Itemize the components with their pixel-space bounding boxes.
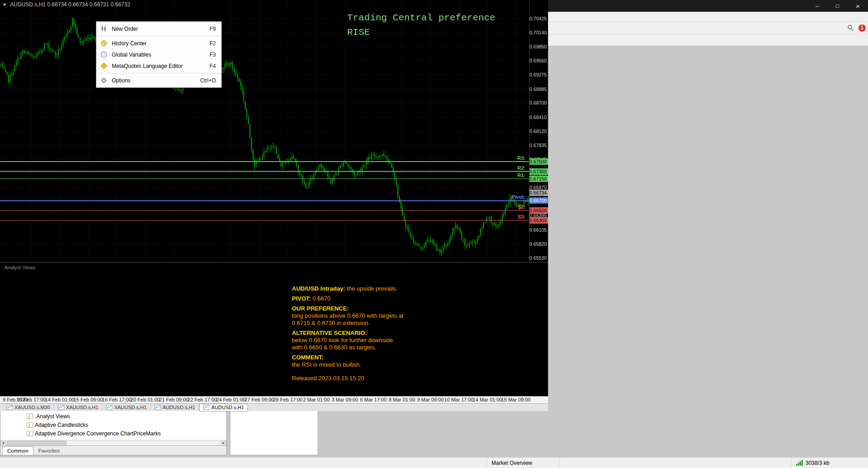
chart-tab-audusd-s-h1[interactable]: AUDUSD.s,H1 xyxy=(199,404,248,411)
menu-item-label: MetaQuotes Language Editor xyxy=(112,63,183,69)
analyst-heading: AUD/USD Intraday: xyxy=(292,285,345,292)
analyst-heading: ALTERNATIVE SCENARIO: xyxy=(292,330,367,336)
menu-item-shortcut: F3 xyxy=(210,52,216,58)
level-label-r2: R2: xyxy=(517,165,525,171)
level-label-r1: R1: xyxy=(517,172,525,178)
tree-item--analyst-views[interactable]: f.Analyst Views xyxy=(0,412,226,420)
price-tick: 0.69275 xyxy=(529,72,547,77)
analyst-line: AUD/USD Intraday: the upside prevails. xyxy=(292,285,403,292)
chart-tab-label: XAUUSD.s,H1 xyxy=(114,405,147,410)
price-tick: 0.70425 xyxy=(529,16,547,21)
tree-item-label: Adaptive Divergence Convergence ChartPri… xyxy=(35,430,161,437)
analyst-body: the RSI is mixed to bullish. xyxy=(292,361,361,368)
chart-ohlc-header: .AUDUSD.s,H1 0.66734 0.66734 0.66731 0.6… xyxy=(3,1,130,8)
tab-favorites[interactable]: Favorites xyxy=(33,446,65,455)
price-tick: 0.65530 xyxy=(529,255,547,261)
time-tick: 21 Feb 09:00 xyxy=(159,397,189,402)
chart-mini-icon xyxy=(106,405,112,410)
options-icon xyxy=(100,76,108,84)
time-tick: 8 Mar 01:00 xyxy=(389,397,415,402)
analyst-views-window: .Analyst Views AUD/USD Intraday: the ups… xyxy=(0,262,548,396)
tab-common[interactable]: Common xyxy=(2,446,33,455)
analyst-body: long positions above 0.6670 with targets… xyxy=(292,312,403,319)
new-order-icon xyxy=(100,25,108,33)
time-tick: 15 Mar 09:00 xyxy=(501,397,531,402)
menu-item-label: Global Variables xyxy=(112,52,151,58)
level-label-pivot: Pivot: xyxy=(511,194,525,200)
time-tick: 6 Mar 17:00 xyxy=(360,397,387,402)
chart-tab-audusd-s-h1[interactable]: AUDUSD.s,H1 xyxy=(151,404,199,411)
time-tick: 14 Mar 01:00 xyxy=(473,397,502,402)
analyst-line: Released 2023.03.15 15:20 xyxy=(292,375,403,382)
price-tick: 0.68985 xyxy=(529,86,547,92)
chart-tab-xauusd-s-m30[interactable]: XAUUSD.s,M30 xyxy=(3,404,54,411)
price-tick: 0.68700 xyxy=(529,100,547,105)
analyst-line: the RSI is mixed to bullish. xyxy=(292,361,403,368)
menu-item-global-variables[interactable]: Global VariablesF3 xyxy=(96,49,221,60)
indicator-icon: f xyxy=(26,413,33,419)
window-controls xyxy=(807,0,868,12)
status-pane-market-overview[interactable]: Market Overview xyxy=(486,458,559,468)
menu-item-shortcut: Ctrl+O xyxy=(200,77,216,84)
maximize-button[interactable] xyxy=(827,0,848,12)
chart-time-axis[interactable]: 9 Feb 202310 Feb 17:0014 Feb 01:0015 Feb… xyxy=(0,396,548,404)
close-button[interactable] xyxy=(848,0,868,12)
chart-tab-label: XAUUSD.s,M30 xyxy=(14,405,50,410)
tree-item-adaptive-divergence-convergence-chartpri[interactable]: fAdaptive Divergence Convergence ChartPr… xyxy=(0,429,226,438)
history-center-icon xyxy=(100,39,108,47)
price-scale[interactable]: 0.704250.701400.698500.695600.692750.689… xyxy=(529,0,548,262)
analyst-line: 0.6715 & 0.6730 in extension. xyxy=(292,320,403,327)
search-icon[interactable] xyxy=(845,23,856,33)
time-tick: 16 Feb 17:00 xyxy=(102,397,132,402)
ohlc-values: .AUDUSD.s,H1 0.66734 0.66734 0.66731 0.6… xyxy=(9,1,130,8)
time-tick: 24 Feb 01:00 xyxy=(216,397,246,402)
chart-tab-label: AUDUSD.s,H1 xyxy=(162,405,195,410)
scroll-left-icon[interactable] xyxy=(0,441,6,446)
chart-plot[interactable]: .AUDUSD.s,H1 0.66734 0.66734 0.66731 0.6… xyxy=(0,0,548,262)
time-tick: 22 Feb 17:00 xyxy=(188,397,217,402)
time-tick: 3 Mar 09:00 xyxy=(332,397,358,402)
analyst-line: COMMENT: xyxy=(292,354,403,361)
price-tick: 0.69560 xyxy=(529,58,547,63)
level-price-tag: 0.66300 xyxy=(529,217,548,224)
analyst-line: PIVOT: 0.6670 xyxy=(292,295,403,302)
time-tick: 10 Feb 17:00 xyxy=(17,397,46,402)
menu-item-new-order[interactable]: New OrderF9 xyxy=(96,23,221,34)
time-tick: 2 Mar 01:00 xyxy=(303,397,330,402)
minimize-button[interactable] xyxy=(807,0,827,12)
scrollbar-thumb[interactable] xyxy=(7,441,67,446)
level-label-s2: S2: xyxy=(518,204,525,210)
analyst-line: ALTERNATIVE SCENARIO: xyxy=(292,330,403,337)
level-price-tag: 0.66500 xyxy=(529,207,548,214)
menu-item-options[interactable]: OptionsCtrl+O xyxy=(96,75,221,86)
notification-badge[interactable]: 1 xyxy=(858,24,866,32)
price-tick: 0.70140 xyxy=(529,30,547,35)
chevron-down-icon[interactable] xyxy=(3,4,6,6)
chart-mini-icon xyxy=(58,405,64,410)
time-tick: 10 Mar 17:00 xyxy=(444,397,474,402)
indicator-icon: f xyxy=(26,430,33,436)
menu-item-history-center[interactable]: History CenterF2 xyxy=(96,38,221,49)
market-overview-label: Market Overview xyxy=(491,460,532,466)
mt4-terminal-window: 8812414: DooPrime-Live - Doo Prime Limit… xyxy=(0,0,868,468)
analyst-body: the upside prevails. xyxy=(345,285,398,292)
chart-window-tabs: XAUUSD.s,M30XAUUSD.s,H1XAUUSD.s,H1AUDUSD… xyxy=(0,403,548,411)
analyst-heading: PIVOT: xyxy=(292,295,311,302)
analyst-views-text: AUD/USD Intraday: the upside prevails.PI… xyxy=(292,285,403,382)
chart-tab-xauusd-s-h1[interactable]: XAUUSD.s,H1 xyxy=(102,404,151,411)
chart-tab-xauusd-s-h1[interactable]: XAUUSD.s,H1 xyxy=(54,404,103,411)
level-price-tag: 0.67500 xyxy=(529,158,548,165)
navigator-tabs: CommonFavorites xyxy=(0,445,226,455)
menu-item-metaquotes-language-editor[interactable]: MetaQuotes Language EditorF4 xyxy=(96,60,221,72)
tree-item-adaptive-candlesticks[interactable]: fAdaptive Candlesticks xyxy=(0,420,226,429)
scroll-right-icon[interactable] xyxy=(221,441,226,446)
status-bar: Market Overview 3038/3 kb xyxy=(0,457,868,468)
level-price-tag: 0.67300 xyxy=(529,168,548,175)
time-tick: 14 Feb 01:00 xyxy=(45,397,75,402)
price-tick: 0.68410 xyxy=(529,115,547,120)
time-tick: 9 Mar 09:00 xyxy=(417,397,444,402)
level-price-tag: 0.67150 xyxy=(529,176,548,182)
menu-item-shortcut: F9 xyxy=(210,26,216,32)
price-tick: 0.66105 xyxy=(529,227,547,233)
connection-signal-icon xyxy=(796,460,803,466)
